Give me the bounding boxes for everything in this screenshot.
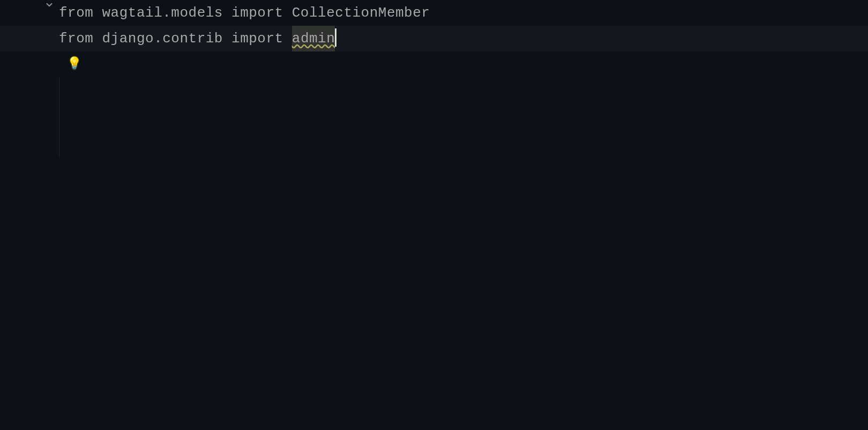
code-line-1[interactable]: from wagtail.models import CollectionMem… (0, 0, 868, 26)
text-cursor (335, 28, 336, 47)
code-text-2a: from django.contrib import (59, 26, 292, 51)
gutter-1 (0, 0, 59, 10)
quickfix-row: 💡 (0, 51, 868, 77)
code-content-2[interactable]: from django.contrib import admin (59, 26, 336, 51)
code-line-2[interactable]: from django.contrib import admin (0, 26, 868, 51)
code-content-1[interactable]: from wagtail.models import CollectionMem… (59, 0, 430, 26)
code-text-highlighted: admin (292, 26, 335, 51)
chevron-down-icon[interactable] (44, 0, 55, 10)
lightbulb-icon[interactable]: 💡 (67, 51, 81, 77)
code-text-1: from wagtail.models import CollectionMem… (59, 0, 430, 26)
code-editor[interactable]: from wagtail.models import CollectionMem… (0, 0, 868, 430)
indent-guide (59, 77, 59, 158)
